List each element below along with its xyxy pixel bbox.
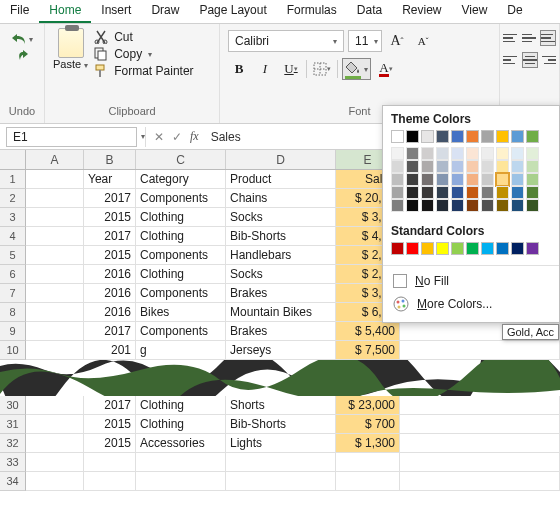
tab-de[interactable]: De [497,0,532,23]
color-swatch[interactable] [466,147,479,160]
chevron-down-icon[interactable]: ▾ [29,35,33,44]
cell[interactable] [26,303,84,322]
fill-color-button[interactable]: ▾ [342,58,371,80]
cell[interactable] [26,208,84,227]
cell[interactable]: 2016 [84,284,136,303]
row-header[interactable]: 33 [0,453,26,472]
color-swatch[interactable] [436,160,449,173]
cell[interactable]: Components [136,246,226,265]
cell[interactable] [336,453,400,472]
cell[interactable] [26,189,84,208]
color-swatch[interactable] [391,173,404,186]
cell[interactable] [26,341,84,360]
color-swatch[interactable] [511,173,524,186]
align-top-button[interactable] [503,30,519,46]
cell[interactable]: Clothing [136,415,226,434]
paste-button[interactable]: Paste ▾ [53,28,88,78]
cell[interactable]: Bib-Shorts [226,227,336,246]
color-swatch[interactable] [511,160,524,173]
borders-button[interactable]: ▾ [311,58,333,80]
color-swatch[interactable] [481,199,494,212]
cell[interactable]: $ 7,500 [336,341,400,360]
cell[interactable]: 2017 [84,322,136,341]
color-swatch[interactable] [496,242,509,255]
color-swatch[interactable] [466,199,479,212]
color-swatch[interactable] [451,130,464,143]
cell[interactable]: Accessories [136,434,226,453]
enter-formula-button[interactable]: ✓ [172,130,182,144]
tab-file[interactable]: File [0,0,39,23]
cell[interactable]: Components [136,322,226,341]
color-swatch[interactable] [421,199,434,212]
color-swatch[interactable] [481,130,494,143]
color-swatch[interactable] [511,242,524,255]
cell[interactable]: 2017 [84,227,136,246]
color-swatch[interactable] [511,199,524,212]
tab-data[interactable]: Data [347,0,392,23]
cell[interactable] [226,472,336,491]
cancel-formula-button[interactable]: ✕ [154,130,164,144]
align-left-button[interactable] [503,52,519,68]
cell[interactable]: Mountain Bikes [226,303,336,322]
fx-icon[interactable]: fx [190,129,205,144]
color-swatch[interactable] [421,173,434,186]
color-swatch[interactable] [406,242,419,255]
cell[interactable]: Brakes [226,284,336,303]
cell[interactable]: $ 1,300 [336,434,400,453]
cell[interactable] [26,472,84,491]
cell[interactable]: $ 700 [336,415,400,434]
color-swatch[interactable] [391,242,404,255]
tab-draw[interactable]: Draw [141,0,189,23]
color-swatch[interactable] [406,147,419,160]
cell[interactable] [400,472,560,491]
color-swatch[interactable] [421,186,434,199]
color-swatch[interactable] [391,147,404,160]
cell[interactable]: Clothing [136,227,226,246]
cell[interactable] [84,453,136,472]
color-swatch[interactable] [466,242,479,255]
italic-button[interactable]: I [254,58,276,80]
cell[interactable]: Components [136,189,226,208]
color-swatch[interactable] [436,199,449,212]
cell[interactable]: $ 5,400 [336,322,400,341]
cell[interactable]: Clothing [136,396,226,415]
row-header[interactable]: 9 [0,322,26,341]
font-name-select[interactable]: Calibri▾ [228,30,344,52]
color-swatch[interactable] [466,186,479,199]
column-header-C[interactable]: C [136,150,226,169]
row-header[interactable]: 7 [0,284,26,303]
cell[interactable]: 201 [84,341,136,360]
cell[interactable] [400,434,560,453]
cell[interactable] [26,265,84,284]
color-swatch[interactable] [421,242,434,255]
cell[interactable] [400,396,560,415]
color-swatch[interactable] [436,242,449,255]
row-header[interactable]: 31 [0,415,26,434]
cell[interactable] [26,322,84,341]
color-swatch[interactable] [451,242,464,255]
row-header[interactable]: 8 [0,303,26,322]
color-swatch[interactable] [481,173,494,186]
color-swatch[interactable] [526,199,539,212]
color-swatch[interactable] [421,147,434,160]
column-header-B[interactable]: B [84,150,136,169]
column-header-A[interactable]: A [26,150,84,169]
grow-font-button[interactable]: Aˆ [386,30,408,52]
undo-button[interactable]: ▾ [11,32,33,46]
cell[interactable]: 2015 [84,415,136,434]
cell[interactable]: 2017 [84,189,136,208]
color-swatch[interactable] [406,160,419,173]
cell[interactable] [26,415,84,434]
tab-formulas[interactable]: Formulas [277,0,347,23]
cell[interactable]: 2016 [84,265,136,284]
row-header[interactable]: 1 [0,170,26,189]
underline-button[interactable]: U▾ [280,58,302,80]
color-swatch[interactable] [421,130,434,143]
color-swatch[interactable] [511,130,524,143]
row-header[interactable]: 34 [0,472,26,491]
font-size-select[interactable]: 11▾ [348,30,382,52]
cell[interactable]: Year [84,170,136,189]
select-all-corner[interactable] [0,150,26,169]
color-swatch[interactable] [526,242,539,255]
bold-button[interactable]: B [228,58,250,80]
